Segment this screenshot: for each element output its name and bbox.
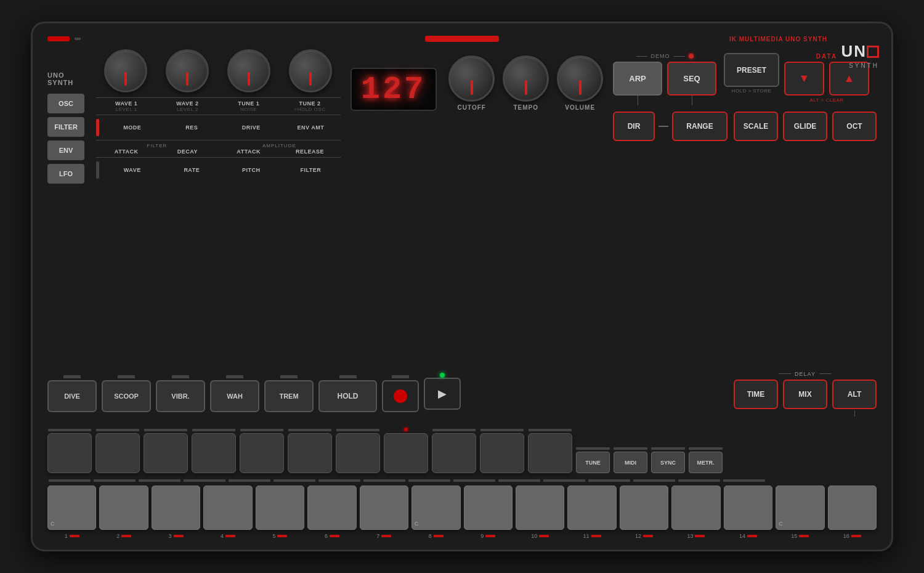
alt-clear-label: ALT > CLEAR [809,97,843,103]
dive-button[interactable]: DIVE [47,380,97,412]
pad-6[interactable] [288,433,332,473]
seq-button[interactable]: SEQ [667,62,716,96]
scale-button[interactable]: SCALE [734,112,778,141]
trem-group: TREM [264,375,314,412]
midi-button[interactable]: MIDI [614,452,647,473]
pad-11[interactable] [528,433,572,473]
time-button[interactable]: TIME [734,380,778,409]
knob-tune1-dial[interactable] [227,49,270,92]
key-2[interactable] [99,486,148,530]
metr-button[interactable]: METR. [689,452,723,473]
pad-4[interactable] [192,433,236,473]
pad10-indicator [480,429,524,431]
arp-button[interactable]: ARP [613,62,662,96]
pad-1[interactable] [47,433,92,473]
hold-button[interactable]: HOLD [318,380,377,412]
key-ind-14 [633,479,675,482]
key-7[interactable] [360,486,408,530]
demo-line-right [674,56,685,57]
delay-label-row: DELAY [779,371,832,377]
f-decay-label: DECAY [157,148,218,155]
lfo-button[interactable]: LFO [47,164,84,184]
key-11[interactable] [567,486,616,530]
tune-indicator [576,447,610,450]
knob-tune2-dial[interactable] [289,49,332,92]
tune1-labels: TUNE 1 NOISE [218,100,279,112]
sync-button[interactable]: SYNC [651,452,685,473]
oct-button[interactable]: OCT [832,112,877,141]
scoop-button[interactable]: SCOOP [102,380,151,412]
key-ind-4 [184,479,225,482]
pad-7[interactable] [336,433,380,473]
key-ind-8 [363,479,405,482]
a-attack-cell: ATTACK [218,148,279,155]
knob-wave2-dial[interactable] [166,49,209,92]
filter-button[interactable]: FILTER [47,117,84,137]
vibr-indicator [172,375,189,378]
pad-3[interactable] [144,433,188,473]
key-15[interactable]: C [776,486,824,530]
key-3-num: 3 [169,533,172,539]
pad-2[interactable] [95,433,140,473]
key-16-num: 16 [843,533,849,539]
pad3-group [144,429,188,473]
wah-button[interactable]: WAH [210,380,259,412]
knob-wave1-dial[interactable] [104,49,147,92]
key-9[interactable] [464,486,513,530]
data-down-button[interactable]: ▼ [784,62,824,96]
hold-group: HOLD [318,375,377,412]
key-12[interactable] [620,486,668,530]
key-13[interactable] [671,486,720,530]
key-16-led [851,535,861,537]
lfo-bar [96,161,99,179]
key-4[interactable] [203,486,252,530]
pad-8[interactable] [384,433,428,473]
arp-line [638,96,638,105]
key-5[interactable] [256,486,304,530]
cutoff-indicator [471,80,473,95]
mix-button[interactable]: MIX [783,380,827,409]
vibr-button[interactable]: VIBR. [156,380,205,412]
pad11-indicator [529,429,572,431]
key-3[interactable] [152,486,200,530]
glide-button[interactable]: GLIDE [783,112,827,141]
pad-5[interactable] [240,433,284,473]
alt-button[interactable]: ALT [832,380,877,409]
record-circle [394,389,407,403]
key-13-num: 13 [687,533,693,539]
sync-group: SYNC [651,447,685,473]
key-14-num: 14 [739,533,745,539]
synth-label: UNO SYNTH [47,71,89,86]
pad-10[interactable] [480,433,524,473]
volume-knob-container: VOLUME [556,55,605,111]
play-button[interactable]: ▶ [424,378,461,410]
range-button[interactable]: RANGE [672,112,727,141]
tune-button[interactable]: TUNE [576,452,610,473]
cutoff-knob[interactable] [448,55,495,102]
record-button[interactable] [382,380,419,412]
tempo-knob[interactable] [503,55,549,102]
metr-group: METR. [689,447,723,473]
drive-label: DRIVE [222,124,282,131]
key-8[interactable]: C [411,486,460,530]
key-10-num: 10 [531,533,537,539]
dir-button[interactable]: DIR [613,112,655,141]
key-10[interactable] [516,486,564,530]
trem-button[interactable]: TREM [264,380,314,412]
osc-button[interactable]: OSC [47,94,84,113]
dir-dash [659,126,668,127]
key-6[interactable] [307,486,356,530]
key-16[interactable] [828,486,877,530]
pad6-indicator [288,429,331,431]
pad5-indicator [240,429,283,431]
pad-9[interactable] [432,433,476,473]
key-14[interactable] [724,486,772,530]
preset-button[interactable]: PRESET [724,53,779,87]
key-1-num: 1 [65,533,68,539]
knob-wave1-indicator [124,72,127,86]
data-label: DATA [816,53,837,60]
tempo-indicator [525,80,527,95]
key-1[interactable]: C [47,486,96,530]
volume-knob[interactable] [557,55,603,102]
env-button[interactable]: ENV [47,140,84,160]
